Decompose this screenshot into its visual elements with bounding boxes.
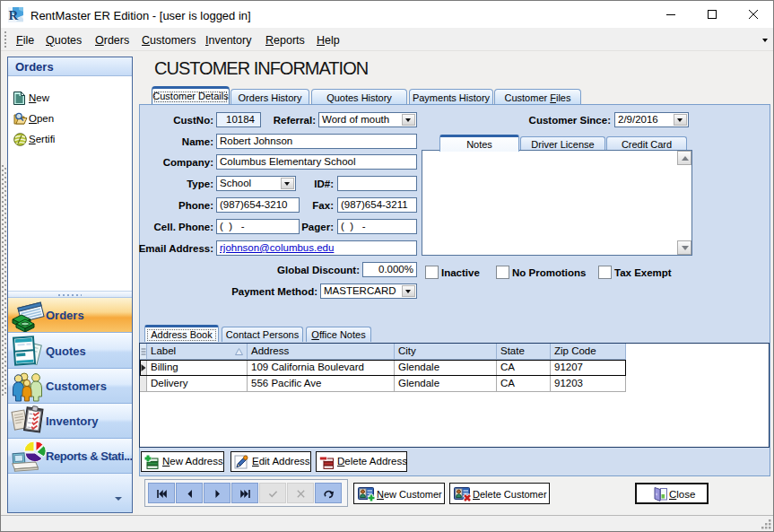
svg-text:R: R: [9, 8, 19, 22]
